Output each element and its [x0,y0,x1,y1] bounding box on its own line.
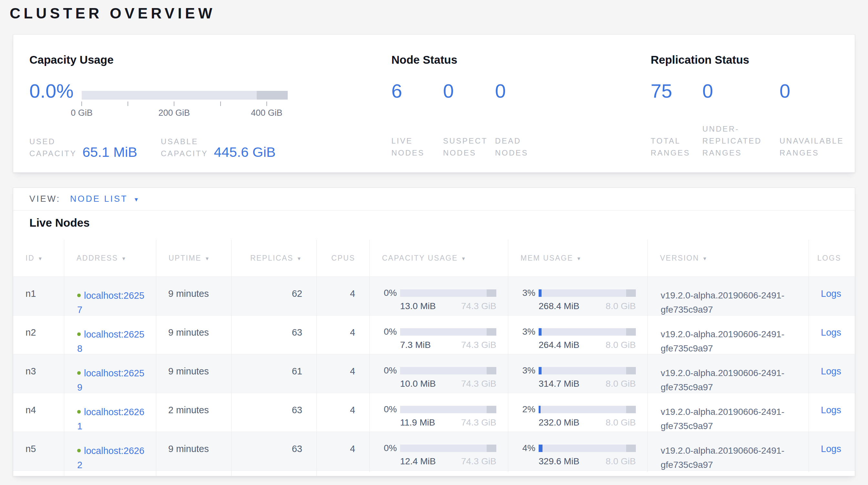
unavailable-ranges-count: 0 [779,81,790,102]
capacity-usage-title: Capacity Usage [29,53,114,66]
live-nodes-count: 6 [392,81,402,102]
node-address-cell: localhost:26262 [64,432,156,472]
capacity-used-percent: 0.0% [29,81,73,102]
node-address-cell: localhost:26261 [64,393,156,433]
logs-link[interactable]: Logs [821,444,841,454]
node-address-link[interactable]: localhost:26262 [77,446,144,470]
replicas-cell: 61 [231,354,317,395]
used-capacity-stat: USED CAPACITY 65.1 MiB [29,136,137,160]
column-header-uptime[interactable]: UPTIME▼ [156,239,231,277]
capacity-usage-bar [400,367,496,374]
axis-tick [174,102,175,106]
logs-link[interactable]: Logs [821,288,841,299]
version-cell [231,471,317,476]
logs-link[interactable]: Logs [821,405,841,415]
version-cell: v19.2.0-alpha.20190606-2491-gfe735c9a97 [648,393,809,433]
view-bar: VIEW: NODE LIST ▼ [13,188,855,210]
node-address-cell [13,471,64,476]
version-cell: v19.2.0-alpha.20190606-2491-gfe735c9a97 [648,316,809,356]
page-title: CLUSTER OVERVIEW [10,4,215,22]
usable-capacity-label: USABLE CAPACITY [161,136,208,160]
usable-capacity-value: 445.6 GiB [214,145,275,159]
table-row: n3 localhost:26259 9 minutes 61 4 0% 10.… [13,354,855,393]
mem-usage-bar [538,406,636,413]
capacity-bar-axis: 0 GiB200 GiB400 GiB [82,99,288,119]
table-row: n2 localhost:26258 9 minutes 63 4 0% 7.3… [13,315,855,354]
logs-link[interactable]: Logs [821,366,841,376]
used-capacity-label: USED CAPACITY [29,136,76,160]
view-label: VIEW: [29,194,60,204]
live-status-dot-icon [77,333,81,336]
capacity-usage-cell: 0% 11.9 MiB 74.3 GiB [370,393,508,433]
uptime-cell: 9 minutes [156,277,231,317]
axis-tick [267,102,267,106]
mem-usage-bar [538,367,636,374]
table-row: n4 localhost:26261 2 minutes 63 4 0% 11.… [13,393,855,432]
mem-usage-cell [156,471,231,476]
axis-tick-label: 400 GiB [251,108,283,118]
sort-caret-icon: ▼ [38,256,43,261]
capacity-usage-bar [400,406,496,413]
node-id-cell: n3 [13,354,64,395]
mem-usage-cell: 2% 232.0 MiB 8.0 GiB [508,393,648,433]
logs-cell: Logs [809,354,855,395]
sort-caret-icon: ▼ [297,256,302,261]
usable-capacity-stat: USABLE CAPACITY 445.6 GiB [161,136,275,160]
column-header-mem-usage[interactable]: MEM USAGE▼ [508,239,648,277]
capacity-usage-cell: 0% 13.0 MiB 74.3 GiB [370,277,508,317]
replicas-cell: 63 [231,316,317,356]
live-status-dot-icon [77,293,81,297]
view-selector-dropdown[interactable]: NODE LIST ▼ [70,194,139,204]
column-header-replicas[interactable]: REPLICAS▼ [231,239,317,277]
table-header-row: ID▼ADDRESS▼UPTIME▼REPLICAS▼CPUSCAPACITY … [13,239,855,277]
sort-caret-icon: ▼ [461,256,467,261]
node-address-link[interactable]: localhost:26258 [77,329,144,354]
node-address-link[interactable]: localhost:26257 [77,290,144,315]
capacity-bar-chart: 0 GiB200 GiB400 GiB [82,91,288,119]
node-id-cell: n4 [13,393,64,433]
node-id-cell: n5 [13,432,64,472]
logs-cell: Logs [809,432,855,472]
mem-usage-bar [538,328,636,336]
capacity-bar-track [82,91,288,99]
live-nodes-heading: Live Nodes [29,216,90,229]
suspect-nodes-count: 0 [443,81,454,102]
sort-caret-icon: ▼ [205,256,210,261]
version-cell: v19.2.0-alpha.20190606-2491-gfe735c9a97 [648,277,809,317]
node-status-title: Node Status [392,53,457,66]
mem-usage-bar [538,445,636,452]
column-header-capacity-usage[interactable]: CAPACITY USAGE▼ [370,239,508,277]
logs-link[interactable]: Logs [821,327,841,338]
sort-caret-icon: ▼ [121,256,127,261]
node-address-cell: localhost:26257 [64,277,156,317]
used-capacity-value: 65.1 MiB [82,145,137,159]
uptime-cell: 9 minutes [156,316,231,356]
node-address-link[interactable]: localhost:26261 [77,407,144,431]
dead-nodes-label: DEAD NODES [495,135,528,159]
capacity-usage-bar [400,328,496,336]
replicas-cell: 63 [231,432,317,472]
node-address-link[interactable]: localhost:26259 [77,368,144,393]
mem-usage-cell: 3% 268.4 MiB 8.0 GiB [508,277,648,317]
capacity-usage-bar [400,445,496,452]
logs-cell [317,471,370,476]
node-id-cell: n2 [13,316,64,356]
capacity-usage-cell: 0% 12.4 MiB 74.3 GiB [370,432,508,472]
dead-nodes-count: 0 [495,81,506,102]
axis-tick [220,102,221,106]
logs-cell: Logs [809,277,855,317]
capacity-usage-cell: 0% 7.3 MiB 74.3 GiB [370,316,508,356]
replicas-cell: 63 [231,393,317,433]
view-selected-value[interactable]: NODE LIST [70,194,128,204]
capacity-usage-bar [400,289,496,297]
column-header-version[interactable]: VERSION▼ [648,239,809,277]
column-header-address[interactable]: ADDRESS▼ [64,239,156,277]
cluster-overview-page: CLUSTER OVERVIEW Capacity Usage Node Sta… [0,0,868,485]
logs-cell: Logs [809,316,855,356]
total-ranges-count: 75 [651,81,672,102]
suspect-nodes-label: SUSPECT NODES [443,135,488,159]
axis-tick [82,102,82,106]
version-cell: v19.2.0-alpha.20190606-2491-gfe735c9a97 [648,432,809,472]
uptime-cell: 2 minutes [156,393,231,433]
column-header-id[interactable]: ID▼ [13,239,64,277]
